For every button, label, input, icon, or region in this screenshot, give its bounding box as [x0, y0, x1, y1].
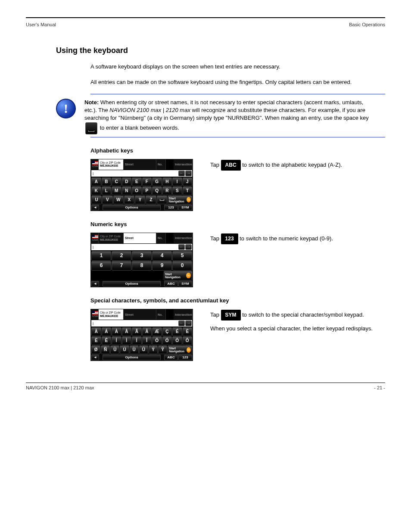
- no-tab[interactable]: No.: [156, 309, 166, 320]
- key-0[interactable]: 0: [172, 261, 192, 271]
- back-button[interactable]: ◄: [91, 205, 99, 210]
- back-button[interactable]: ◄: [91, 355, 99, 360]
- key-7[interactable]: 7: [112, 261, 131, 271]
- key-N[interactable]: N: [122, 187, 132, 195]
- key-I[interactable]: I: [172, 177, 182, 186]
- num-key-button[interactable]: 123: [221, 233, 238, 244]
- key-2[interactable]: 2: [112, 251, 131, 261]
- key-C[interactable]: C: [112, 177, 121, 186]
- key-S[interactable]: S: [172, 187, 182, 195]
- key-Ë[interactable]: Ë: [91, 336, 101, 345]
- key-K[interactable]: K: [91, 187, 101, 195]
- key-1[interactable]: 1: [91, 251, 111, 261]
- country-tab[interactable]: USA: [91, 309, 99, 320]
- key-Ü[interactable]: Ü: [110, 345, 119, 354]
- key-Ø[interactable]: Ø: [91, 345, 100, 354]
- text-input[interactable]: |: [91, 171, 178, 176]
- mode-sym-button[interactable]: SYM: [178, 281, 192, 286]
- options-button[interactable]: Options: [103, 281, 161, 286]
- key-A[interactable]: A: [91, 177, 101, 186]
- mode-abc-button[interactable]: ABC: [164, 355, 178, 360]
- start-navigation-button[interactable]: Start Navigation→: [168, 196, 192, 204]
- key-E[interactable]: E: [132, 177, 142, 186]
- key-9[interactable]: 9: [152, 261, 172, 271]
- mode-sym-button[interactable]: SYM: [178, 205, 192, 210]
- key-R[interactable]: R: [162, 187, 172, 195]
- key-V[interactable]: V: [102, 196, 112, 204]
- street-tab[interactable]: Street: [124, 159, 156, 170]
- key-Å[interactable]: Å: [122, 327, 132, 336]
- key-Ç[interactable]: Ç: [162, 327, 172, 336]
- back-button[interactable]: ◄: [91, 281, 99, 286]
- abc-key-button[interactable]: ABC: [221, 160, 241, 171]
- key-3[interactable]: 3: [132, 251, 152, 261]
- key-Ö[interactable]: Ö: [152, 336, 162, 345]
- key-X[interactable]: X: [124, 196, 134, 204]
- input-back-icon[interactable]: ←: [178, 171, 185, 176]
- start-navigation-button[interactable]: Start Navigation→: [164, 271, 192, 280]
- city-tab[interactable]: City or ZIP Code MILWAUKEE: [99, 309, 124, 320]
- sym-key-button[interactable]: SYM: [221, 310, 241, 320]
- key-Í[interactable]: Í: [112, 336, 121, 345]
- key-6[interactable]: 6: [91, 261, 111, 271]
- key-W[interactable]: W: [113, 196, 124, 204]
- key-J[interactable]: J: [183, 177, 193, 186]
- text-input[interactable]: |: [91, 245, 178, 249]
- key-T[interactable]: T: [183, 187, 193, 195]
- key-Ó[interactable]: Ó: [162, 336, 172, 345]
- key-Û[interactable]: Û: [139, 345, 148, 354]
- options-button[interactable]: Options: [103, 355, 161, 360]
- intersection-tab[interactable]: Intersection: [174, 159, 193, 170]
- city-tab[interactable]: City or ZIP Code MILWAUKEE: [99, 159, 124, 170]
- text-input[interactable]: |: [91, 321, 178, 326]
- key-Á[interactable]: Á: [102, 327, 112, 336]
- key-D[interactable]: D: [122, 177, 132, 186]
- key-Ú[interactable]: Ú: [120, 345, 129, 354]
- mode-abc-button[interactable]: ABC: [164, 281, 178, 286]
- input-fwd-icon[interactable]: →: [185, 244, 192, 250]
- key-È[interactable]: È: [183, 327, 193, 336]
- input-fwd-icon[interactable]: →: [185, 171, 192, 176]
- key-U[interactable]: U: [91, 196, 102, 204]
- space-key[interactable]: [157, 196, 167, 204]
- key-Ŷ[interactable]: Ŷ: [158, 345, 167, 354]
- key-Æ[interactable]: Æ: [152, 327, 162, 336]
- key-P[interactable]: P: [142, 187, 152, 195]
- key-Ô[interactable]: Ô: [183, 336, 193, 345]
- key-Ê[interactable]: Ê: [102, 336, 112, 345]
- input-fwd-icon[interactable]: →: [185, 320, 192, 326]
- key-Î[interactable]: Î: [142, 336, 152, 345]
- key-B[interactable]: B: [102, 177, 112, 186]
- options-button[interactable]: Options: [103, 205, 161, 210]
- mode-123-button[interactable]: 123: [178, 355, 192, 360]
- input-back-icon[interactable]: ←: [178, 244, 185, 250]
- no-tab[interactable]: No.: [156, 233, 166, 243]
- key-Ï[interactable]: Ï: [132, 336, 142, 345]
- street-tab[interactable]: Street: [124, 309, 156, 320]
- key-L[interactable]: L: [102, 187, 112, 195]
- key-Y[interactable]: Y: [135, 196, 145, 204]
- key-G[interactable]: G: [152, 177, 162, 186]
- key-Ä[interactable]: Ä: [91, 327, 101, 336]
- key-F[interactable]: F: [142, 177, 152, 186]
- mode-123-button[interactable]: 123: [164, 205, 178, 210]
- intersection-tab[interactable]: Intersection: [174, 233, 193, 243]
- key-4[interactable]: 4: [152, 251, 172, 261]
- key-À[interactable]: À: [112, 327, 121, 336]
- key-8[interactable]: 8: [132, 261, 152, 271]
- key-M[interactable]: M: [112, 187, 121, 195]
- key-Ù[interactable]: Ù: [130, 345, 139, 354]
- key-Q[interactable]: Q: [152, 187, 162, 195]
- key-Z[interactable]: Z: [146, 196, 156, 204]
- country-tab[interactable]: USA: [91, 159, 99, 170]
- key-Ý[interactable]: Ý: [149, 345, 158, 354]
- key-O[interactable]: O: [132, 187, 142, 195]
- key-Ñ[interactable]: Ñ: [101, 345, 110, 354]
- intersection-tab[interactable]: Intersection: [174, 309, 193, 320]
- key-H[interactable]: H: [162, 177, 172, 186]
- start-navigation-button[interactable]: Start Navigation→: [168, 345, 192, 354]
- key-É[interactable]: É: [172, 327, 182, 336]
- key-5[interactable]: 5: [172, 251, 192, 261]
- street-tab[interactable]: Street: [124, 233, 156, 243]
- key-Ò[interactable]: Ò: [172, 336, 182, 345]
